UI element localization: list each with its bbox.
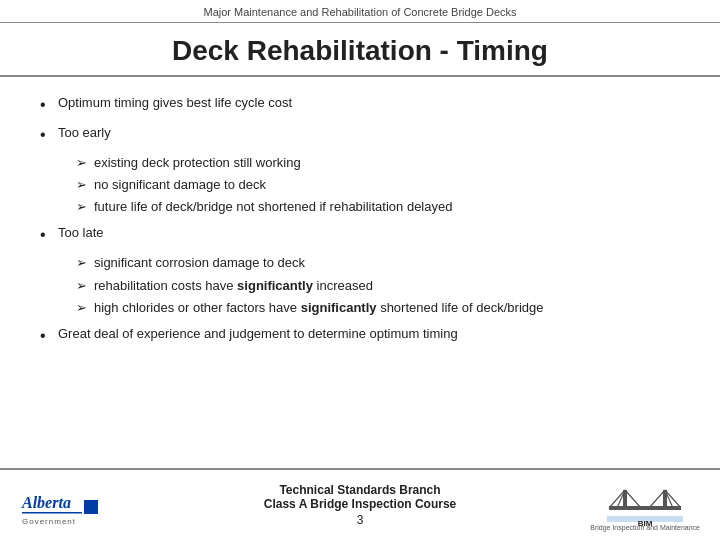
sub-bullets-too-early: ➢ existing deck protection still working…: [76, 153, 680, 219]
bim-label: Bridge Inspection and Maintenance: [590, 524, 700, 531]
slide: Major Maintenance and Rehabilitation of …: [0, 0, 720, 540]
svg-text:Government: Government: [22, 517, 76, 526]
sub-text-te-3: future life of deck/bridge not shortened…: [94, 197, 452, 217]
bullet-dot-2: •: [40, 123, 58, 147]
header-text: Major Maintenance and Rehabilitation of …: [203, 6, 516, 18]
arrow-icon-tl-2: ➢: [76, 276, 94, 296]
sub-bullet-tl-3: ➢ high chlorides or other factors have s…: [76, 298, 680, 318]
slide-header: Major Maintenance and Rehabilitation of …: [0, 0, 720, 23]
footer-line1: Technical Standards Branch: [130, 483, 590, 497]
bim-logo-container: BIM Bridge Inspection and Maintenance: [590, 480, 700, 531]
sub-bullets-too-late: ➢ significant corrosion damage to deck ➢…: [76, 253, 680, 319]
arrow-icon-te-1: ➢: [76, 153, 94, 173]
alberta-logo: Alberta Government: [20, 480, 130, 530]
sub-text-tl-3: high chlorides or other factors have sig…: [94, 298, 543, 318]
arrow-icon-te-2: ➢: [76, 175, 94, 195]
bullet-optimum: • Optimum timing gives best life cycle c…: [40, 93, 680, 117]
bullet-text-optimum: Optimum timing gives best life cycle cos…: [58, 93, 292, 113]
bullet-experience: • Great deal of experience and judgement…: [40, 324, 680, 348]
sub-bullet-tl-2: ➢ rehabilitation costs have significantl…: [76, 276, 680, 296]
sub-text-te-2: no significant damage to deck: [94, 175, 266, 195]
sub-text-tl-2: rehabilitation costs have significantly …: [94, 276, 373, 296]
bullet-too-early: • Too early: [40, 123, 680, 147]
footer-line2: Class A Bridge Inspection Course: [130, 497, 590, 511]
arrow-icon-te-3: ➢: [76, 197, 94, 217]
sub-text-te-1: existing deck protection still working: [94, 153, 301, 173]
slide-content: • Optimum timing gives best life cycle c…: [0, 85, 720, 468]
sub-bullet-te-2: ➢ no significant damage to deck: [76, 175, 680, 195]
sub-bullet-te-3: ➢ future life of deck/bridge not shorten…: [76, 197, 680, 217]
svg-rect-3: [84, 500, 98, 514]
svg-line-10: [625, 490, 641, 508]
slide-title: Deck Rehabilitation - Timing: [0, 23, 720, 77]
bullet-text-too-early: Too early: [58, 123, 111, 143]
svg-rect-5: [609, 506, 681, 510]
bullet-dot-4: •: [40, 324, 58, 348]
svg-line-11: [665, 490, 681, 508]
bim-logo: BIM Bridge Inspection and Maintenance: [590, 480, 700, 531]
svg-text:Alberta: Alberta: [21, 494, 71, 511]
svg-line-8: [609, 490, 625, 508]
arrow-icon-tl-3: ➢: [76, 298, 94, 318]
bim-logo-svg: BIM: [605, 480, 685, 528]
bullet-dot-1: •: [40, 93, 58, 117]
sub-bullet-tl-1: ➢ significant corrosion damage to deck: [76, 253, 680, 273]
bullet-text-too-late: Too late: [58, 223, 104, 243]
slide-footer: Alberta Government Technical Standards B…: [0, 468, 720, 540]
svg-rect-1: [22, 512, 82, 514]
bullet-dot-3: •: [40, 223, 58, 247]
sub-bullet-te-1: ➢ existing deck protection still working: [76, 153, 680, 173]
sub-text-tl-1: significant corrosion damage to deck: [94, 253, 305, 273]
footer-page-number: 3: [130, 513, 590, 527]
bullet-text-experience: Great deal of experience and judgement t…: [58, 324, 458, 344]
bullet-too-late: • Too late: [40, 223, 680, 247]
arrow-icon-tl-1: ➢: [76, 253, 94, 273]
footer-center: Technical Standards Branch Class A Bridg…: [130, 483, 590, 527]
svg-line-13: [649, 490, 665, 508]
